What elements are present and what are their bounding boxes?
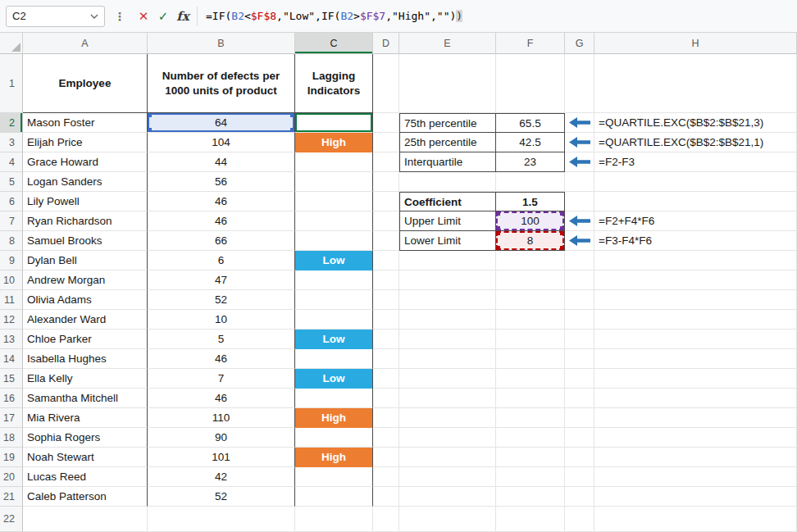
row-header-6[interactable]: 6 bbox=[0, 192, 23, 211]
cell-H4[interactable]: =F2-F3 bbox=[594, 152, 797, 172]
cell-D21[interactable] bbox=[373, 487, 399, 507]
cell-G6[interactable] bbox=[565, 192, 594, 211]
cell-E11[interactable] bbox=[399, 290, 496, 310]
row-header-17[interactable]: 17 bbox=[0, 408, 23, 428]
range-handle[interactable] bbox=[290, 128, 294, 132]
cancel-icon[interactable]: ✕ bbox=[134, 6, 153, 27]
column-header-B[interactable]: B bbox=[148, 33, 295, 54]
cell-B8[interactable]: 66 bbox=[148, 231, 295, 251]
cell-E6[interactable]: Coefficient bbox=[399, 192, 496, 211]
cell-H17[interactable] bbox=[594, 408, 797, 428]
range-handle[interactable] bbox=[560, 211, 564, 216]
cell-H15[interactable] bbox=[594, 369, 797, 389]
column-header-F[interactable]: F bbox=[496, 33, 565, 54]
cell-C20[interactable] bbox=[295, 467, 373, 487]
cell-D6[interactable] bbox=[373, 192, 399, 211]
cell-D5[interactable] bbox=[373, 172, 399, 192]
cell-H10[interactable] bbox=[594, 271, 797, 290]
cell-H6[interactable] bbox=[594, 192, 797, 211]
cell-H3[interactable]: =QUARTILE.EXC($B$2:$B$21,1) bbox=[594, 133, 797, 152]
cell-B19[interactable]: 101 bbox=[148, 448, 295, 467]
cell-C5[interactable] bbox=[295, 172, 373, 192]
cell-C2[interactable] bbox=[295, 113, 373, 133]
cell-F3[interactable]: 42.5 bbox=[496, 133, 565, 152]
cell-B2[interactable]: 64 bbox=[148, 113, 295, 133]
cell-C16[interactable] bbox=[295, 389, 373, 408]
cell-F14[interactable] bbox=[496, 349, 565, 369]
formula-input[interactable]: =IF(B2<$F$8,"Low",IF(B2>$F$7,"High","")) bbox=[206, 10, 797, 22]
cell-A6[interactable]: Lily Powell bbox=[23, 192, 148, 211]
cell-C9[interactable]: Low bbox=[295, 251, 373, 271]
cell-C19[interactable]: High bbox=[295, 448, 373, 467]
chevron-down-icon[interactable] bbox=[90, 14, 98, 19]
cell-C15[interactable]: Low bbox=[295, 369, 373, 389]
cell-D15[interactable] bbox=[373, 369, 399, 389]
row-header-18[interactable]: 18 bbox=[0, 428, 23, 448]
cell-A2[interactable]: Mason Foster bbox=[23, 113, 148, 133]
cell-G19[interactable] bbox=[565, 448, 594, 467]
cell-E22[interactable] bbox=[399, 507, 496, 532]
cell-D22[interactable] bbox=[373, 507, 399, 532]
cell-A11[interactable]: Olivia Adams bbox=[23, 290, 148, 310]
row-header-5[interactable]: 5 bbox=[0, 172, 23, 192]
cell-C14[interactable] bbox=[295, 349, 373, 369]
cell-B12[interactable]: 10 bbox=[148, 310, 295, 330]
row-header-20[interactable]: 20 bbox=[0, 467, 23, 487]
cell-G16[interactable] bbox=[565, 389, 594, 408]
cell-F22[interactable] bbox=[496, 507, 565, 532]
cell-F20[interactable] bbox=[496, 467, 565, 487]
cell-A16[interactable]: Samantha Mitchell bbox=[23, 389, 148, 408]
cell-C4[interactable] bbox=[295, 152, 373, 172]
row-header-14[interactable]: 14 bbox=[0, 349, 23, 369]
trace-arrow-icon[interactable] bbox=[569, 235, 590, 246]
row-header-9[interactable]: 9 bbox=[0, 251, 23, 271]
row-header-19[interactable]: 19 bbox=[0, 448, 23, 467]
cell-B4[interactable]: 44 bbox=[148, 152, 295, 172]
cell-C6[interactable] bbox=[295, 192, 373, 211]
cell-E14[interactable] bbox=[399, 349, 496, 369]
range-handle[interactable] bbox=[148, 128, 152, 132]
row-header-1[interactable]: 1 bbox=[0, 54, 23, 113]
range-handle[interactable] bbox=[496, 226, 500, 230]
row-header-11[interactable]: 11 bbox=[0, 290, 23, 310]
cell-E13[interactable] bbox=[399, 330, 496, 349]
cell-F15[interactable] bbox=[496, 369, 565, 389]
cell-E21[interactable] bbox=[399, 487, 496, 507]
cell-H16[interactable] bbox=[594, 389, 797, 408]
range-handle[interactable] bbox=[148, 113, 152, 117]
row-header-13[interactable]: 13 bbox=[0, 330, 23, 349]
row-header-12[interactable]: 12 bbox=[0, 310, 23, 330]
cell-H8[interactable]: =F3-F4*F6 bbox=[594, 231, 797, 251]
cell-A14[interactable]: Isabella Hughes bbox=[23, 349, 148, 369]
cell-A3[interactable]: Elijah Price bbox=[23, 133, 148, 152]
cell-F16[interactable] bbox=[496, 389, 565, 408]
cell-A10[interactable]: Andrew Morgan bbox=[23, 271, 148, 290]
cell-E4[interactable]: Interquartile bbox=[399, 152, 496, 172]
column-header-A[interactable]: A bbox=[23, 33, 148, 54]
cell-D3[interactable] bbox=[373, 133, 399, 152]
cell-H18[interactable] bbox=[594, 428, 797, 448]
cell-D13[interactable] bbox=[373, 330, 399, 349]
cell-D11[interactable] bbox=[373, 290, 399, 310]
cell-H22[interactable] bbox=[594, 507, 797, 532]
cell-A17[interactable]: Mia Rivera bbox=[23, 408, 148, 428]
trace-arrow-icon[interactable] bbox=[569, 137, 590, 148]
cell-B3[interactable]: 104 bbox=[148, 133, 295, 152]
cell-G22[interactable] bbox=[565, 507, 594, 532]
cell-B17[interactable]: 110 bbox=[148, 408, 295, 428]
cell-D2[interactable] bbox=[373, 113, 399, 133]
cell-E17[interactable] bbox=[399, 408, 496, 428]
cell-D20[interactable] bbox=[373, 467, 399, 487]
name-box[interactable]: C2 bbox=[6, 6, 105, 27]
cell-A7[interactable]: Ryan Richardson bbox=[23, 211, 148, 231]
cell-E9[interactable] bbox=[399, 251, 496, 271]
cell-G18[interactable] bbox=[565, 428, 594, 448]
cell-A18[interactable]: Sophia Rogers bbox=[23, 428, 148, 448]
cell-F12[interactable] bbox=[496, 310, 565, 330]
row-header-21[interactable]: 21 bbox=[0, 487, 23, 507]
row-header-10[interactable]: 10 bbox=[0, 271, 23, 290]
cell-A22[interactable] bbox=[23, 507, 148, 532]
cell-E10[interactable] bbox=[399, 271, 496, 290]
range-handle[interactable] bbox=[496, 211, 500, 216]
cell-H13[interactable] bbox=[594, 330, 797, 349]
